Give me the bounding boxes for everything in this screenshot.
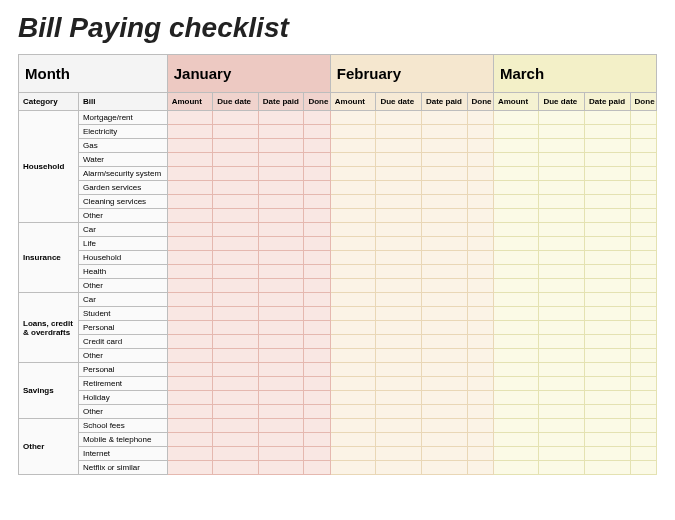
value-cell[interactable] (376, 321, 422, 335)
value-cell[interactable] (630, 405, 656, 419)
value-cell[interactable] (630, 111, 656, 125)
value-cell[interactable] (304, 377, 330, 391)
value-cell[interactable] (493, 307, 539, 321)
value-cell[interactable] (539, 153, 585, 167)
value-cell[interactable] (585, 209, 631, 223)
value-cell[interactable] (258, 195, 304, 209)
value-cell[interactable] (258, 223, 304, 237)
value-cell[interactable] (467, 279, 493, 293)
value-cell[interactable] (421, 167, 467, 181)
value-cell[interactable] (630, 461, 656, 475)
value-cell[interactable] (630, 125, 656, 139)
value-cell[interactable] (304, 195, 330, 209)
value-cell[interactable] (376, 153, 422, 167)
value-cell[interactable] (539, 293, 585, 307)
value-cell[interactable] (304, 125, 330, 139)
value-cell[interactable] (330, 335, 376, 349)
value-cell[interactable] (493, 405, 539, 419)
value-cell[interactable] (421, 279, 467, 293)
value-cell[interactable] (330, 167, 376, 181)
value-cell[interactable] (493, 125, 539, 139)
value-cell[interactable] (467, 349, 493, 363)
value-cell[interactable] (630, 279, 656, 293)
value-cell[interactable] (539, 335, 585, 349)
value-cell[interactable] (630, 377, 656, 391)
value-cell[interactable] (421, 377, 467, 391)
value-cell[interactable] (213, 433, 259, 447)
value-cell[interactable] (167, 447, 213, 461)
value-cell[interactable] (258, 349, 304, 363)
value-cell[interactable] (585, 181, 631, 195)
value-cell[interactable] (213, 181, 259, 195)
value-cell[interactable] (467, 447, 493, 461)
value-cell[interactable] (213, 447, 259, 461)
value-cell[interactable] (585, 307, 631, 321)
value-cell[interactable] (467, 405, 493, 419)
value-cell[interactable] (258, 363, 304, 377)
value-cell[interactable] (585, 265, 631, 279)
value-cell[interactable] (330, 209, 376, 223)
value-cell[interactable] (304, 181, 330, 195)
value-cell[interactable] (330, 181, 376, 195)
value-cell[interactable] (376, 181, 422, 195)
value-cell[interactable] (330, 447, 376, 461)
value-cell[interactable] (539, 111, 585, 125)
value-cell[interactable] (376, 251, 422, 265)
value-cell[interactable] (539, 363, 585, 377)
value-cell[interactable] (467, 167, 493, 181)
value-cell[interactable] (376, 447, 422, 461)
value-cell[interactable] (585, 349, 631, 363)
value-cell[interactable] (213, 279, 259, 293)
value-cell[interactable] (330, 405, 376, 419)
value-cell[interactable] (493, 293, 539, 307)
value-cell[interactable] (467, 251, 493, 265)
value-cell[interactable] (167, 293, 213, 307)
value-cell[interactable] (585, 377, 631, 391)
value-cell[interactable] (539, 181, 585, 195)
value-cell[interactable] (467, 181, 493, 195)
value-cell[interactable] (376, 237, 422, 251)
value-cell[interactable] (493, 111, 539, 125)
value-cell[interactable] (539, 447, 585, 461)
value-cell[interactable] (585, 251, 631, 265)
value-cell[interactable] (467, 307, 493, 321)
value-cell[interactable] (330, 125, 376, 139)
value-cell[interactable] (258, 265, 304, 279)
value-cell[interactable] (493, 279, 539, 293)
value-cell[interactable] (421, 139, 467, 153)
value-cell[interactable] (421, 223, 467, 237)
value-cell[interactable] (585, 391, 631, 405)
value-cell[interactable] (304, 139, 330, 153)
value-cell[interactable] (421, 111, 467, 125)
value-cell[interactable] (467, 391, 493, 405)
value-cell[interactable] (304, 391, 330, 405)
value-cell[interactable] (630, 335, 656, 349)
value-cell[interactable] (585, 279, 631, 293)
value-cell[interactable] (467, 195, 493, 209)
value-cell[interactable] (167, 125, 213, 139)
value-cell[interactable] (493, 335, 539, 349)
value-cell[interactable] (330, 349, 376, 363)
value-cell[interactable] (213, 405, 259, 419)
value-cell[interactable] (630, 433, 656, 447)
value-cell[interactable] (330, 293, 376, 307)
value-cell[interactable] (258, 377, 304, 391)
value-cell[interactable] (630, 391, 656, 405)
value-cell[interactable] (467, 293, 493, 307)
value-cell[interactable] (539, 279, 585, 293)
value-cell[interactable] (258, 125, 304, 139)
value-cell[interactable] (376, 279, 422, 293)
value-cell[interactable] (585, 335, 631, 349)
value-cell[interactable] (304, 335, 330, 349)
value-cell[interactable] (258, 237, 304, 251)
value-cell[interactable] (167, 111, 213, 125)
value-cell[interactable] (304, 321, 330, 335)
value-cell[interactable] (167, 265, 213, 279)
value-cell[interactable] (330, 111, 376, 125)
value-cell[interactable] (585, 167, 631, 181)
value-cell[interactable] (493, 447, 539, 461)
value-cell[interactable] (376, 363, 422, 377)
value-cell[interactable] (167, 461, 213, 475)
value-cell[interactable] (421, 237, 467, 251)
value-cell[interactable] (539, 223, 585, 237)
